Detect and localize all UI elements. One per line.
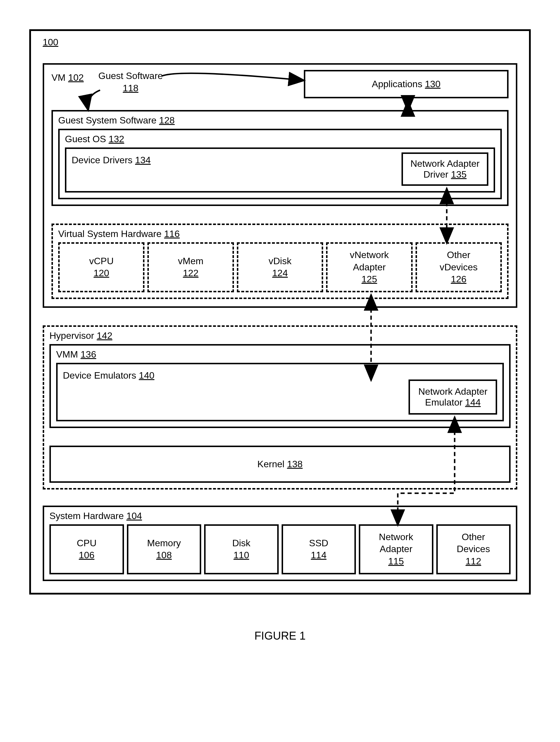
vmm-title: VMM 136 — [56, 349, 504, 360]
gss-label: Guest System Software — [58, 115, 157, 125]
device-drivers-box: Device Drivers 134 Network AdapterDriver… — [65, 148, 495, 193]
device-emulators-box: Device Emulators 140 Network AdapterEmul… — [56, 363, 504, 421]
de-label: Device Emulators — [63, 370, 136, 381]
virtual-device-vnetwork-adapter: vNetworkAdapter125 — [326, 242, 412, 292]
system-label: 100 — [43, 37, 58, 48]
hardware-device-ssd: SSD114 — [282, 524, 356, 574]
shw-num: 104 — [126, 511, 142, 521]
virtual-device-vmem: vMem122 — [148, 242, 234, 292]
vsh-title: Virtual System Hardware 116 — [58, 228, 502, 239]
dd-num: 134 — [135, 155, 151, 165]
guest-os-num: 132 — [109, 134, 124, 144]
hardware-device-disk: Disk110 — [204, 524, 279, 574]
guest-software-text: Guest Software — [98, 70, 163, 82]
nae-label: Network AdapterEmulator 144 — [418, 386, 488, 408]
vm-title: VM — [51, 72, 65, 83]
kernel-num: 138 — [287, 459, 303, 469]
vmm-box: VMM 136 Device Emulators 140 Network Ada… — [49, 344, 511, 428]
vmm-num: 136 — [81, 349, 96, 360]
guest-os-title: Guest OS 132 — [65, 134, 495, 145]
virtual-device-row: vCPU120vMem122vDisk124vNetworkAdapter125… — [58, 242, 502, 292]
system-num: 100 — [43, 37, 58, 47]
network-adapter-driver-box: Network AdapterDriver 135 — [401, 152, 488, 186]
guest-os-box: Guest OS 132 Device Drivers 134 Network … — [58, 129, 502, 199]
virtual-device-other-vdevices: OthervDevices126 — [415, 242, 502, 292]
vsh-num: 116 — [164, 228, 179, 239]
device-drivers-title: Device Drivers 134 — [72, 152, 393, 186]
kernel-box: Kernel 138 — [49, 445, 511, 483]
network-adapter-emulator-box: Network AdapterEmulator 144 — [408, 379, 497, 415]
vm-header: VM 102 Guest Software 118 Applications 1… — [51, 70, 509, 98]
vm-num: 102 — [68, 72, 83, 83]
hardware-device-network-adapter: NetworkAdapter115 — [359, 524, 433, 574]
virtual-system-hardware-box: Virtual System Hardware 116 vCPU120vMem1… — [51, 223, 509, 299]
vsh-label: Virtual System Hardware — [58, 228, 161, 239]
hypervisor-title: Hypervisor 142 — [49, 330, 511, 341]
guest-software-label: Guest Software 118 — [93, 70, 163, 94]
dd-label: Device Drivers — [72, 155, 132, 165]
kernel-label: Kernel — [257, 459, 285, 469]
guest-system-software-box: Guest System Software 128 Guest OS 132 D… — [51, 110, 509, 206]
gss-num: 128 — [159, 115, 175, 125]
shw-label: System Hardware — [49, 511, 124, 521]
vm-box: VM 102 Guest Software 118 Applications 1… — [43, 63, 517, 308]
hypervisor-box: Hypervisor 142 VMM 136 Device Emulators … — [43, 325, 517, 489]
virtual-device-vdisk: vDisk124 — [237, 242, 323, 292]
guest-software-num: 118 — [98, 82, 163, 95]
hyp-label: Hypervisor — [49, 330, 94, 341]
hyp-num: 142 — [97, 330, 112, 341]
hardware-device-cpu: CPU106 — [49, 524, 124, 574]
hardware-device-other-devices: OtherDevices112 — [436, 524, 511, 574]
shw-title: System Hardware 104 — [49, 511, 511, 521]
figure-caption: FIGURE 1 — [29, 630, 531, 642]
applications-box: Applications 130 — [304, 70, 509, 98]
de-title: Device Emulators 140 — [63, 368, 400, 415]
vmm-label: VMM — [56, 349, 78, 360]
guest-os-label: Guest OS — [65, 134, 106, 144]
system-hardware-box: System Hardware 104 CPU106Memory108Disk1… — [43, 506, 517, 581]
virtual-device-vcpu: vCPU120 — [58, 242, 145, 292]
hardware-device-row: CPU106Memory108Disk110SSD114NetworkAdapt… — [49, 524, 511, 574]
vm-label: VM 102 — [51, 70, 83, 83]
hardware-device-memory: Memory108 — [127, 524, 202, 574]
nae-num: 144 — [465, 397, 481, 408]
nad-label: Network AdapterDriver 135 — [410, 158, 480, 180]
de-num: 140 — [139, 370, 154, 381]
applications-num: 130 — [425, 79, 440, 89]
applications-label: Applications — [372, 79, 423, 89]
system-container: 100 VM 102 Guest Software 118 Applicatio… — [29, 29, 531, 594]
nad-num: 135 — [451, 169, 466, 180]
gss-title: Guest System Software 128 — [58, 115, 502, 126]
